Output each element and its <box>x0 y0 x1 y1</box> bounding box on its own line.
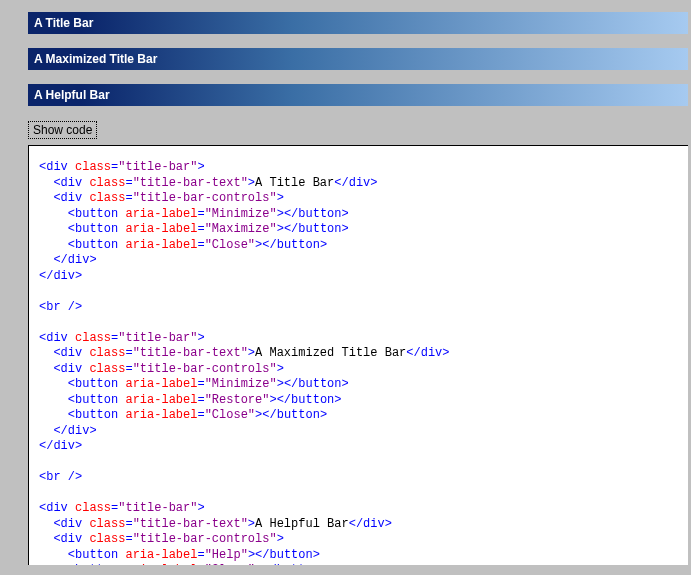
code-snippet: <div class="title-bar"> <div class="titl… <box>39 160 678 565</box>
title-bar-text: A Helpful Bar <box>34 88 110 102</box>
code-panel: <div class="title-bar"> <div class="titl… <box>28 145 688 565</box>
title-bar-2: A Maximized Title Bar <box>28 48 688 70</box>
title-bar-3: A Helpful Bar <box>28 84 688 106</box>
show-code-button[interactable]: Show code <box>28 121 97 139</box>
title-bar-text: A Title Bar <box>34 16 93 30</box>
title-bar-text: A Maximized Title Bar <box>34 52 157 66</box>
title-bar-1: A Title Bar <box>28 12 688 34</box>
